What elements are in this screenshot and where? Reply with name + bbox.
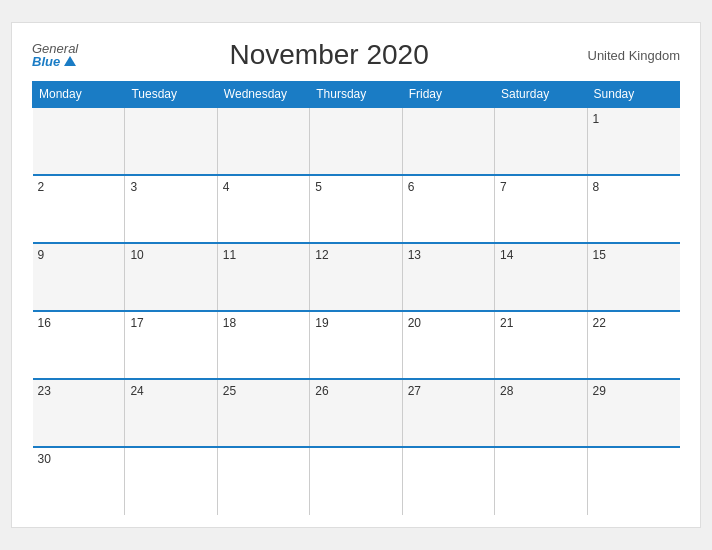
- day-cell: 20: [402, 311, 494, 379]
- day-cell: 29: [587, 379, 679, 447]
- day-cell: 18: [217, 311, 309, 379]
- calendar-region: United Kingdom: [580, 48, 680, 63]
- day-cell: 12: [310, 243, 402, 311]
- day-cell: 22: [587, 311, 679, 379]
- calendar-table: Monday Tuesday Wednesday Thursday Friday…: [32, 81, 680, 515]
- calendar-title: November 2020: [78, 39, 580, 71]
- week-row-5: 23 24 25 26 27 28 29: [33, 379, 680, 447]
- calendar-container: General Blue November 2020 United Kingdo…: [11, 22, 701, 528]
- day-cell: [217, 447, 309, 515]
- day-cell: [402, 447, 494, 515]
- day-cell: 24: [125, 379, 217, 447]
- day-cell: 23: [33, 379, 125, 447]
- day-cell: 5: [310, 175, 402, 243]
- week-row-3: 9 10 11 12 13 14 15: [33, 243, 680, 311]
- day-cell: [495, 447, 587, 515]
- day-cell: 25: [217, 379, 309, 447]
- day-cell: [587, 447, 679, 515]
- col-tuesday: Tuesday: [125, 82, 217, 108]
- col-sunday: Sunday: [587, 82, 679, 108]
- col-friday: Friday: [402, 82, 494, 108]
- day-cell: 14: [495, 243, 587, 311]
- day-cell: 13: [402, 243, 494, 311]
- day-cell: 7: [495, 175, 587, 243]
- day-cell: 26: [310, 379, 402, 447]
- logo-blue-text: Blue: [32, 55, 76, 68]
- day-cell: 9: [33, 243, 125, 311]
- week-row-4: 16 17 18 19 20 21 22: [33, 311, 680, 379]
- col-wednesday: Wednesday: [217, 82, 309, 108]
- day-cell: 4: [217, 175, 309, 243]
- day-cell: [217, 107, 309, 175]
- day-cell: 21: [495, 311, 587, 379]
- day-cell: [33, 107, 125, 175]
- calendar-header-row: Monday Tuesday Wednesday Thursday Friday…: [33, 82, 680, 108]
- logo: General Blue: [32, 42, 78, 68]
- calendar-header: General Blue November 2020 United Kingdo…: [32, 39, 680, 71]
- day-cell: 3: [125, 175, 217, 243]
- day-cell: [310, 107, 402, 175]
- day-cell: 2: [33, 175, 125, 243]
- day-cell: 6: [402, 175, 494, 243]
- day-cell: 10: [125, 243, 217, 311]
- day-cell: 8: [587, 175, 679, 243]
- day-cell: 16: [33, 311, 125, 379]
- week-row-2: 2 3 4 5 6 7 8: [33, 175, 680, 243]
- day-cell: 19: [310, 311, 402, 379]
- day-cell: 11: [217, 243, 309, 311]
- day-cell: [125, 107, 217, 175]
- day-cell: 28: [495, 379, 587, 447]
- day-cell: [125, 447, 217, 515]
- col-saturday: Saturday: [495, 82, 587, 108]
- calendar-body: 1 2 3 4 5 6 7 8 9 10 11 12 13 14 15 16: [33, 107, 680, 515]
- day-cell: 1: [587, 107, 679, 175]
- day-cell: [495, 107, 587, 175]
- week-row-1: 1: [33, 107, 680, 175]
- day-cell: 30: [33, 447, 125, 515]
- col-thursday: Thursday: [310, 82, 402, 108]
- week-row-6: 30: [33, 447, 680, 515]
- day-cell: 17: [125, 311, 217, 379]
- day-cell: [310, 447, 402, 515]
- day-cell: 15: [587, 243, 679, 311]
- day-cell: [402, 107, 494, 175]
- day-cell: 27: [402, 379, 494, 447]
- logo-triangle-icon: [64, 56, 76, 66]
- col-monday: Monday: [33, 82, 125, 108]
